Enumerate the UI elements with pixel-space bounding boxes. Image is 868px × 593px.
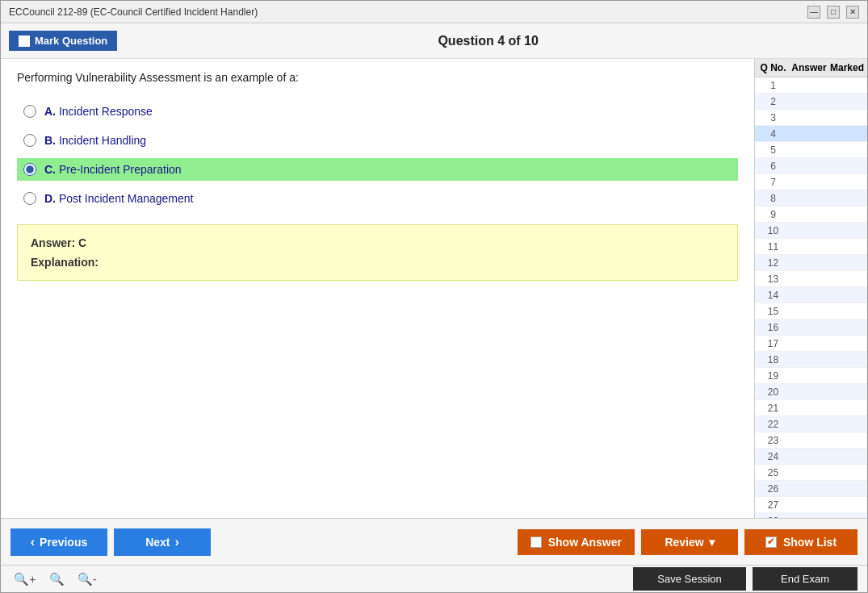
- sidebar-answer-header: Answer: [791, 62, 827, 73]
- sidebar-qno-cell: 1: [755, 80, 791, 91]
- sidebar-qno-cell: 22: [755, 419, 791, 430]
- explanation-text: Explanation:: [31, 256, 724, 269]
- sidebar-row[interactable]: 17: [755, 336, 867, 352]
- show-list-button[interactable]: ✔ Show List: [744, 529, 858, 555]
- sidebar-row[interactable]: 27: [755, 497, 867, 513]
- sidebar-row[interactable]: 16: [755, 319, 867, 336]
- sidebar-qno-cell: 4: [755, 128, 791, 140]
- sidebar-qno-cell: 9: [755, 209, 791, 220]
- option-a-label: A. Incident Response: [44, 105, 153, 118]
- option-c-row[interactable]: C. Pre-Incident Preparation: [17, 158, 738, 181]
- question-list-sidebar: Q No. Answer Marked 1 2 3 4 5 6: [754, 59, 867, 518]
- sidebar-qno-cell: 27: [755, 499, 791, 511]
- sidebar-row[interactable]: 10: [755, 223, 867, 239]
- mark-question-label: Mark Question: [35, 35, 107, 47]
- sidebar-qno-cell: 16: [755, 322, 791, 333]
- sidebar-row[interactable]: 15: [755, 303, 867, 319]
- sidebar-qno-cell: 18: [755, 354, 791, 365]
- main-window: ECCouncil 212-89 (EC-Council Certified I…: [0, 0, 868, 593]
- sidebar-row[interactable]: 18: [755, 352, 867, 368]
- sidebar-row[interactable]: 22: [755, 416, 867, 432]
- sidebar-qno-cell: 19: [755, 370, 791, 382]
- sidebar-row[interactable]: 5: [755, 142, 867, 158]
- question-text: Performing Vulnerability Assessment is a…: [17, 71, 738, 84]
- sidebar-qno-cell: 11: [755, 241, 791, 253]
- sidebar-qno-cell: 17: [755, 338, 791, 349]
- minimize-button[interactable]: —: [807, 6, 820, 19]
- question-area: Performing Vulnerability Assessment is a…: [1, 59, 754, 518]
- review-button[interactable]: Review ▾: [641, 529, 738, 555]
- sidebar-qno-cell: 8: [755, 193, 791, 204]
- sidebar-row[interactable]: 20: [755, 384, 867, 400]
- option-c-label: C. Pre-Incident Preparation: [44, 163, 182, 176]
- sidebar-qno-cell: 24: [755, 451, 791, 462]
- review-label: Review: [665, 536, 703, 549]
- option-b-radio[interactable]: [23, 134, 36, 147]
- sidebar-row[interactable]: 21: [755, 400, 867, 416]
- mark-checkbox-icon: ■: [19, 35, 30, 47]
- main-content: Performing Vulnerability Assessment is a…: [1, 59, 867, 518]
- close-button[interactable]: ✕: [846, 6, 859, 19]
- sidebar-row[interactable]: 4: [755, 126, 867, 142]
- sidebar-qno-cell: 5: [755, 144, 791, 156]
- option-b-row[interactable]: B. Incident Handling: [17, 129, 738, 152]
- sidebar-row[interactable]: 14: [755, 287, 867, 303]
- restore-button[interactable]: □: [827, 6, 840, 19]
- sidebar-row[interactable]: 13: [755, 271, 867, 287]
- sidebar-row[interactable]: 26: [755, 481, 867, 497]
- sidebar-qno-cell: 21: [755, 403, 791, 414]
- sidebar-qno-cell: 26: [755, 483, 791, 495]
- sidebar-qno-cell: 12: [755, 257, 791, 269]
- sidebar-row[interactable]: 7: [755, 174, 867, 190]
- question-title: Question 4 of 10: [117, 34, 859, 48]
- answer-box: Answer: C Explanation:: [17, 224, 738, 281]
- sidebar-row[interactable]: 25: [755, 465, 867, 481]
- sidebar-row[interactable]: 3: [755, 110, 867, 126]
- sidebar-qno-cell: 7: [755, 177, 791, 188]
- show-answer-label: Show Answer: [548, 536, 622, 549]
- mark-question-button[interactable]: ■ Mark Question: [9, 31, 117, 51]
- sidebar-qno-header: Q No.: [755, 62, 791, 73]
- sidebar-row[interactable]: 6: [755, 158, 867, 174]
- sidebar-row[interactable]: 8: [755, 190, 867, 207]
- next-label: Next: [145, 536, 170, 549]
- answer-text: Answer: C: [31, 236, 724, 249]
- zoom-bar: 🔍+ 🔍 🔍- Save Session End Exam: [1, 565, 867, 592]
- sidebar-row[interactable]: 12: [755, 255, 867, 271]
- sidebar-list[interactable]: 1 2 3 4 5 6 7 8: [755, 77, 867, 518]
- option-d-radio[interactable]: [23, 192, 36, 205]
- sidebar-row[interactable]: 9: [755, 207, 867, 223]
- save-session-button[interactable]: Save Session: [633, 567, 746, 591]
- sidebar-qno-cell: 10: [755, 225, 791, 236]
- sidebar-row[interactable]: 19: [755, 368, 867, 384]
- option-d-label: D. Post Incident Management: [44, 192, 193, 205]
- sidebar-qno-cell: 3: [755, 112, 791, 123]
- sidebar-row[interactable]: 24: [755, 449, 867, 465]
- sidebar-qno-cell: 6: [755, 161, 791, 172]
- zoom-reset-button[interactable]: 🔍: [46, 572, 68, 587]
- previous-button[interactable]: ‹ Previous: [10, 528, 107, 556]
- show-answer-checkbox-icon: [530, 537, 542, 548]
- option-c-radio[interactable]: [23, 163, 36, 176]
- show-answer-button[interactable]: Show Answer: [518, 529, 635, 555]
- window-controls: — □ ✕: [807, 6, 859, 19]
- previous-arrow-icon: ‹: [31, 535, 35, 549]
- sidebar-row[interactable]: 2: [755, 94, 867, 110]
- sidebar-qno-cell: 20: [755, 386, 791, 398]
- sidebar-qno-cell: 15: [755, 306, 791, 317]
- sidebar-row[interactable]: 1: [755, 77, 867, 94]
- next-button[interactable]: Next ›: [114, 528, 211, 556]
- zoom-in-button[interactable]: 🔍+: [10, 572, 40, 587]
- show-list-checkbox-icon: ✔: [765, 537, 777, 548]
- previous-label: Previous: [40, 536, 87, 549]
- end-exam-button[interactable]: End Exam: [753, 567, 858, 591]
- option-d-row[interactable]: D. Post Incident Management: [17, 187, 738, 210]
- sidebar-row[interactable]: 11: [755, 239, 867, 255]
- option-a-row[interactable]: A. Incident Response: [17, 100, 738, 123]
- option-a-radio[interactable]: [23, 105, 36, 118]
- show-list-label: Show List: [783, 536, 837, 549]
- sidebar-row[interactable]: 23: [755, 432, 867, 449]
- sidebar-qno-cell: 13: [755, 274, 791, 285]
- sidebar-qno-cell: 25: [755, 467, 791, 478]
- zoom-out-button[interactable]: 🔍-: [74, 572, 100, 587]
